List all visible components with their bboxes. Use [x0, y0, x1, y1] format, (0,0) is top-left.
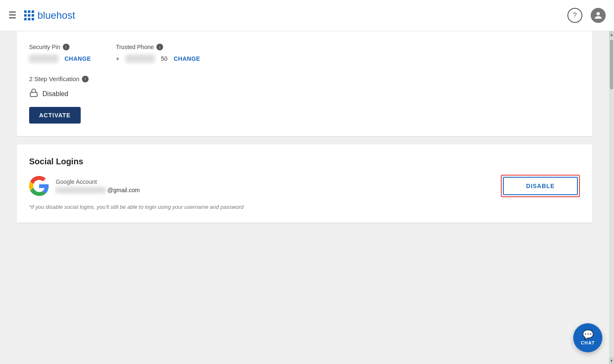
- trusted-phone-info-icon[interactable]: i: [156, 44, 163, 50]
- chat-button[interactable]: 💬 CHAT: [573, 323, 602, 352]
- scroll-up-arrow[interactable]: ▲: [609, 31, 614, 38]
- logo-link[interactable]: bluehost: [24, 10, 75, 21]
- disable-button[interactable]: DISABLE: [503, 177, 578, 195]
- google-email-suffix: @gmail.com: [107, 187, 140, 193]
- two-step-status: Disabled: [42, 90, 68, 98]
- google-logo-icon: [29, 176, 49, 196]
- page-wrapper: Security Pin i CHANGE Trusted Phone i: [0, 31, 614, 364]
- phone-prefix: +: [116, 55, 119, 62]
- social-logins-note: *if you disable social logins, you'll st…: [29, 204, 580, 210]
- trusted-phone-label: Trusted Phone: [116, 44, 154, 50]
- account-avatar[interactable]: [591, 8, 606, 23]
- help-button[interactable]: ?: [567, 8, 582, 23]
- security-pin-field: Security Pin i CHANGE: [29, 44, 91, 63]
- two-step-section: 2 Step Verification i Disabled ACTIVATE: [29, 75, 580, 124]
- scrollbar-track: ▲ ▼: [609, 31, 614, 364]
- security-pin-label: Security Pin: [29, 44, 60, 50]
- two-step-label: 2 Step Verification: [29, 75, 79, 82]
- trusted-phone-value-row: + 50 CHANGE: [116, 54, 200, 63]
- trusted-phone-change-button[interactable]: CHANGE: [173, 55, 200, 62]
- security-pin-info-icon[interactable]: i: [63, 44, 69, 50]
- trusted-phone-value: [126, 54, 155, 63]
- header: ☰ bluehost ?: [0, 0, 614, 31]
- security-pin-change-button[interactable]: CHANGE: [64, 55, 91, 62]
- security-pin-label-row: Security Pin i: [29, 44, 91, 50]
- google-email-row: @gmail.com: [56, 187, 501, 193]
- security-card: Security Pin i CHANGE Trusted Phone i: [17, 31, 592, 136]
- logo-grid-icon: [24, 10, 34, 20]
- security-phone-row: Security Pin i CHANGE Trusted Phone i: [29, 44, 580, 63]
- google-email-blurred: [56, 187, 106, 193]
- trusted-phone-field: Trusted Phone i + 50 CHANGE: [116, 44, 200, 63]
- menu-icon[interactable]: ☰: [8, 10, 17, 21]
- chat-icon: 💬: [582, 330, 594, 339]
- scroll-down-arrow[interactable]: ▼: [609, 357, 614, 364]
- social-logins-card: Social Logins Google Account @gmail.com: [17, 144, 592, 223]
- google-account-info: Google Account @gmail.com: [56, 178, 501, 193]
- google-account-row: Google Account @gmail.com DISABLE: [29, 175, 580, 197]
- logo-text: bluehost: [37, 10, 75, 21]
- two-step-label-row: 2 Step Verification i: [29, 75, 580, 82]
- disable-button-wrapper: DISABLE: [501, 175, 580, 197]
- header-right: ?: [567, 8, 606, 23]
- google-account-label: Google Account: [56, 178, 501, 185]
- two-step-status-row: Disabled: [29, 88, 580, 99]
- phone-suffix: 50: [161, 55, 168, 62]
- two-step-info-icon[interactable]: i: [82, 76, 89, 82]
- security-pin-value-row: CHANGE: [29, 54, 91, 63]
- svg-rect-0: [30, 92, 37, 97]
- trusted-phone-label-row: Trusted Phone i: [116, 44, 200, 50]
- scrollbar-thumb[interactable]: [610, 40, 613, 89]
- chat-label: CHAT: [581, 340, 595, 345]
- lock-icon: [29, 88, 38, 99]
- activate-button[interactable]: ACTIVATE: [29, 107, 81, 124]
- page-content: Security Pin i CHANGE Trusted Phone i: [0, 31, 609, 364]
- security-pin-value: [29, 54, 58, 63]
- social-logins-title: Social Logins: [29, 157, 580, 166]
